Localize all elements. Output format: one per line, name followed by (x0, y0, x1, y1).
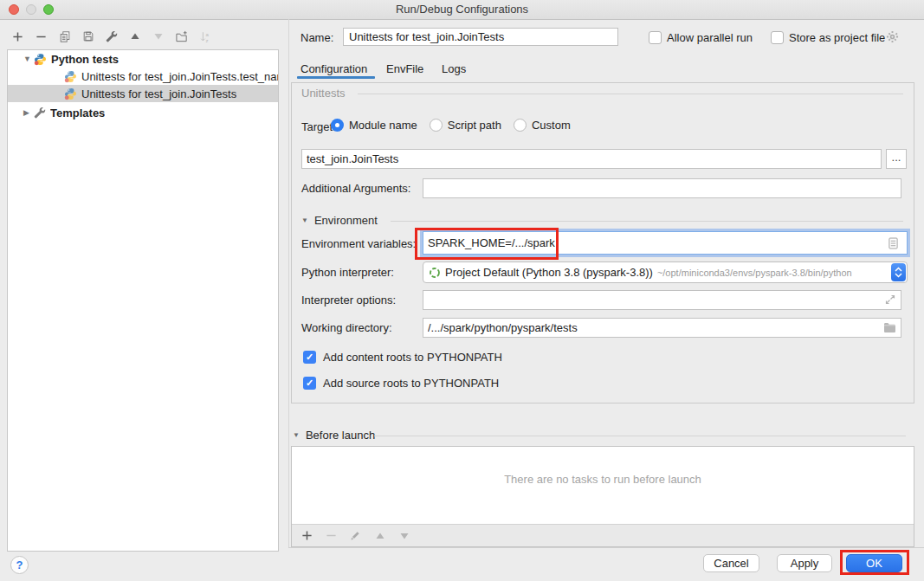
move-task-down-button[interactable] (397, 528, 411, 544)
collapsed-twisty-icon[interactable]: ▶ (23, 108, 34, 117)
tree-item-label: Python tests (51, 53, 119, 66)
python-tests-icon (34, 53, 47, 66)
copy-icon (59, 30, 71, 43)
plus-icon (301, 530, 313, 541)
before-launch-group-label: Before launch (306, 429, 375, 442)
pencil-icon (350, 530, 361, 541)
minus-icon (326, 530, 337, 541)
browse-variables-button[interactable] (888, 237, 898, 249)
conda-environment-icon (429, 267, 441, 279)
additional-arguments-input[interactable] (423, 178, 901, 198)
configuration-panel: Unittests Target: Module name Script pat… (291, 82, 914, 403)
radio-module-name[interactable]: Module name (331, 119, 417, 132)
radio-unselected-icon (514, 119, 527, 132)
before-launch-toolbar (292, 524, 914, 546)
move-up-button[interactable] (127, 29, 142, 44)
working-directory-input[interactable] (423, 318, 901, 338)
tree-item-unittests-test-narrow[interactable]: Unittests for test_join.JoinTests.test_n… (8, 68, 278, 85)
tree-item-unittests-jointests[interactable]: Unittests for test_join.JoinTests (8, 85, 278, 102)
expanded-twisty-icon[interactable]: ▼ (23, 55, 34, 63)
radio-label: Custom (532, 119, 571, 132)
store-as-project-file-label: Store as project file (789, 31, 885, 44)
checkbox-checked-icon: ✓ (303, 377, 316, 390)
before-launch-task-list: There are no tasks to run before launch (291, 446, 914, 547)
interpreter-options-input[interactable] (423, 290, 901, 310)
add-task-button[interactable] (300, 528, 314, 544)
add-source-roots-label: Add source roots to PYTHONPATH (323, 377, 499, 390)
chevron-down-icon (895, 273, 902, 278)
environment-variables-input[interactable] (423, 231, 908, 255)
interpreter-dropdown-button[interactable] (891, 263, 906, 281)
interpreter-options-label: Interpreter options: (301, 294, 396, 307)
expand-field-button[interactable] (885, 294, 895, 305)
edit-templates-button[interactable] (104, 29, 119, 44)
additional-arguments-label: Additional Arguments: (301, 182, 410, 195)
plus-icon (12, 31, 23, 42)
browse-button[interactable]: ... (886, 149, 907, 169)
move-down-button[interactable] (151, 29, 165, 44)
add-configuration-button[interactable] (10, 29, 25, 44)
radio-script-path[interactable]: Script path (430, 119, 501, 132)
checkbox-unchecked-icon (649, 31, 662, 44)
tab-logs[interactable]: Logs (442, 62, 466, 78)
arrow-down-icon (153, 31, 164, 42)
name-input[interactable] (343, 28, 618, 46)
python-interpreter-value: Project Default (Python 3.8 (pyspark-3.8… (445, 266, 653, 279)
ok-button[interactable]: OK (846, 554, 902, 572)
environment-variables-label: Environment variables: (301, 237, 416, 250)
checkbox-checked-icon: ✓ (303, 351, 316, 364)
unittests-group-label: Unittests (301, 87, 346, 100)
environment-section-header[interactable]: ▼ Environment (301, 214, 378, 227)
python-interpreter-path: ~/opt/miniconda3/envs/pyspark-3.8/bin/py… (657, 268, 852, 278)
arrow-up-icon (375, 531, 385, 541)
radio-custom[interactable]: Custom (514, 119, 571, 132)
variables-list-icon (888, 237, 898, 249)
cancel-button[interactable]: Cancel (703, 554, 759, 572)
title-bar: Run/Debug Configurations (0, 0, 924, 20)
before-launch-section-header[interactable]: ▼ Before launch (293, 429, 375, 442)
window-title: Run/Debug Configurations (0, 3, 924, 16)
add-content-roots-checkbox[interactable]: ✓ Add content roots to PYTHONPATH (303, 351, 502, 364)
sort-alphabetically-button[interactable]: az (197, 29, 212, 44)
target-radio-group: Module name Script path Custom (331, 119, 571, 132)
group-separator (358, 94, 903, 94)
wrench-icon (106, 30, 118, 42)
templates-wrench-icon (34, 107, 46, 119)
apply-button[interactable]: Apply (777, 554, 832, 572)
section-collapse-icon[interactable]: ▼ (301, 216, 308, 224)
target-module-input[interactable] (301, 149, 882, 169)
checkbox-unchecked-icon (771, 31, 784, 44)
help-button[interactable]: ? (10, 556, 29, 574)
save-configuration-button[interactable] (81, 29, 95, 44)
add-source-roots-checkbox[interactable]: ✓ Add source roots to PYTHONPATH (303, 377, 499, 390)
new-folder-button[interactable] (174, 29, 189, 44)
python-interpreter-select[interactable]: Project Default (Python 3.8 (pyspark-3.8… (423, 261, 908, 283)
footer-divider (288, 547, 924, 548)
radio-label: Script path (448, 119, 501, 132)
move-task-up-button[interactable] (372, 528, 387, 544)
section-collapse-icon[interactable]: ▼ (293, 431, 300, 439)
tree-item-label: Unittests for test_join.JoinTests (81, 87, 236, 100)
tree-item-python-tests[interactable]: ▼ Python tests (8, 50, 278, 68)
allow-parallel-run-checkbox[interactable]: Allow parallel run (649, 31, 753, 44)
allow-parallel-run-label: Allow parallel run (667, 31, 753, 44)
radio-unselected-icon (430, 119, 443, 132)
remove-task-button[interactable] (324, 528, 339, 544)
configurations-toolbar: az (10, 27, 212, 46)
browse-directory-button[interactable] (883, 322, 896, 333)
store-options-gear-button[interactable] (886, 30, 899, 46)
environment-group-label: Environment (314, 214, 378, 227)
edit-task-button[interactable] (348, 528, 363, 544)
group-separator (391, 221, 903, 222)
remove-configuration-button[interactable] (34, 29, 48, 44)
arrow-up-icon (130, 31, 140, 42)
tree-item-label: Templates (50, 107, 105, 119)
tab-envfile[interactable]: EnvFile (386, 62, 423, 78)
store-as-project-file-checkbox[interactable]: Store as project file (771, 31, 885, 44)
copy-configuration-button[interactable] (57, 29, 72, 44)
expand-icon (885, 294, 895, 305)
save-icon (82, 30, 94, 42)
svg-text:a: a (205, 30, 209, 36)
tree-item-templates[interactable]: ▶ Templates (8, 104, 278, 121)
working-directory-label: Working directory: (301, 321, 392, 334)
